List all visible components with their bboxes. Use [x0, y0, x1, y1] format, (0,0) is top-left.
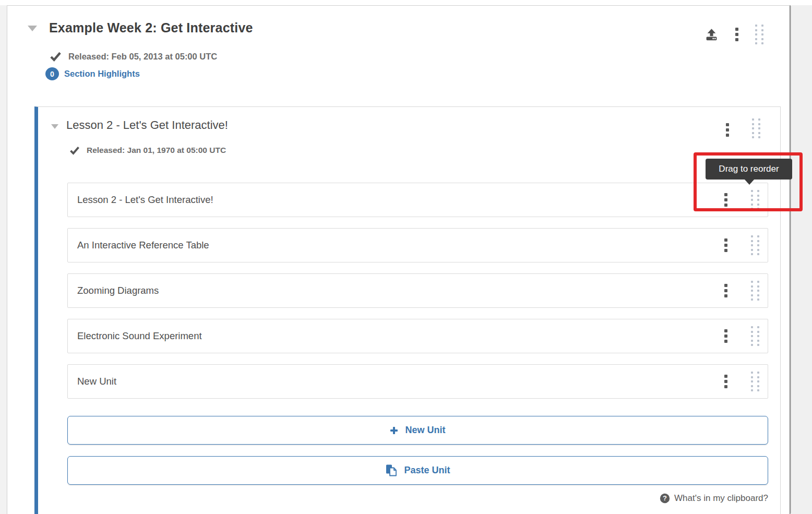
tooltip-arrow — [744, 179, 755, 185]
subsection-release-text: Released: Jan 01, 1970 at 05:00 UTC — [87, 146, 226, 155]
unit-title: New Unit — [77, 376, 724, 387]
upload-icon — [704, 28, 719, 42]
paste-icon — [385, 464, 397, 477]
subsection-menu-button[interactable] — [726, 123, 729, 137]
unit-drag-handle-icon[interactable] — [751, 326, 759, 346]
tooltip-label: Drag to reorder — [719, 164, 779, 174]
clipboard-help-link[interactable]: ? What's in my clipboard? — [660, 493, 768, 504]
new-unit-label: New Unit — [405, 425, 445, 436]
unit-title: An Interactive Reference Table — [77, 240, 724, 251]
unit-row[interactable]: New Unit — [67, 364, 768, 399]
paste-unit-label: Paste Unit — [404, 465, 450, 476]
subsection-card: Lesson 2 - Let's Get Interactive! Releas… — [34, 106, 781, 514]
unit-row[interactable]: Electronic Sound Experiment — [67, 319, 768, 353]
unit-drag-handle-icon[interactable] — [751, 372, 759, 391]
unit-menu-button[interactable] — [724, 193, 727, 207]
section-menu-button[interactable] — [735, 28, 738, 41]
page-gutter-right — [792, 5, 812, 514]
unit-drag-handle-icon[interactable] — [751, 190, 759, 210]
ellipsis-v-icon — [735, 28, 738, 41]
subsection-collapse-caret-icon[interactable] — [51, 124, 58, 129]
clipboard-help-label: What's in my clipboard? — [674, 493, 768, 504]
unit-title: Electronic Sound Experiment — [77, 330, 724, 342]
section-release-text: Released: Feb 05, 2013 at 05:00 UTC — [68, 52, 217, 62]
section-card: Example Week 2: Get Interactive Released… — [7, 5, 790, 514]
subsection-release-status: Released: Jan 01, 1970 at 05:00 UTC — [69, 146, 226, 155]
unit-title: Zooming Diagrams — [77, 285, 724, 296]
subsection-drag-handle-icon[interactable] — [752, 118, 760, 138]
help-icon: ? — [660, 493, 670, 504]
paste-unit-button[interactable]: Paste Unit — [67, 456, 768, 485]
section-collapse-caret-icon[interactable] — [28, 26, 37, 31]
unit-menu-button[interactable] — [724, 284, 727, 297]
unit-row[interactable]: Lesson 2 - Let's Get Interactive! — [67, 183, 768, 217]
ellipsis-v-icon — [726, 123, 729, 137]
unit-menu-button[interactable] — [724, 375, 727, 388]
section-actions — [704, 25, 763, 44]
unit-row[interactable]: An Interactive Reference Table — [67, 228, 768, 262]
unit-menu-button[interactable] — [724, 329, 727, 343]
section-drag-handle-icon[interactable] — [755, 25, 763, 44]
page-gutter-left — [0, 5, 7, 514]
plus-icon — [390, 426, 398, 435]
drag-to-reorder-tooltip: Drag to reorder — [706, 159, 792, 180]
check-icon — [69, 146, 80, 155]
unit-drag-handle-icon[interactable] — [751, 235, 759, 255]
highlights-count-badge: 0 — [45, 67, 59, 80]
new-unit-button[interactable]: New Unit — [67, 416, 768, 445]
check-icon — [50, 51, 62, 62]
section-release-status: Released: Feb 05, 2013 at 05:00 UTC — [50, 51, 217, 62]
unit-title: Lesson 2 - Let's Get Interactive! — [77, 194, 724, 206]
section-title: Example Week 2: Get Interactive — [49, 20, 253, 35]
export-section-button[interactable] — [704, 28, 719, 42]
unit-drag-handle-icon[interactable] — [751, 281, 759, 301]
subsection-title: Lesson 2 - Let's Get Interactive! — [66, 118, 228, 132]
svg-text:?: ? — [663, 494, 667, 502]
unit-menu-button[interactable] — [724, 238, 727, 252]
highlights-label: Section Highlights — [64, 69, 140, 79]
unit-row[interactable]: Zooming Diagrams — [67, 273, 768, 308]
section-highlights-link[interactable]: 0 Section Highlights — [45, 67, 140, 80]
